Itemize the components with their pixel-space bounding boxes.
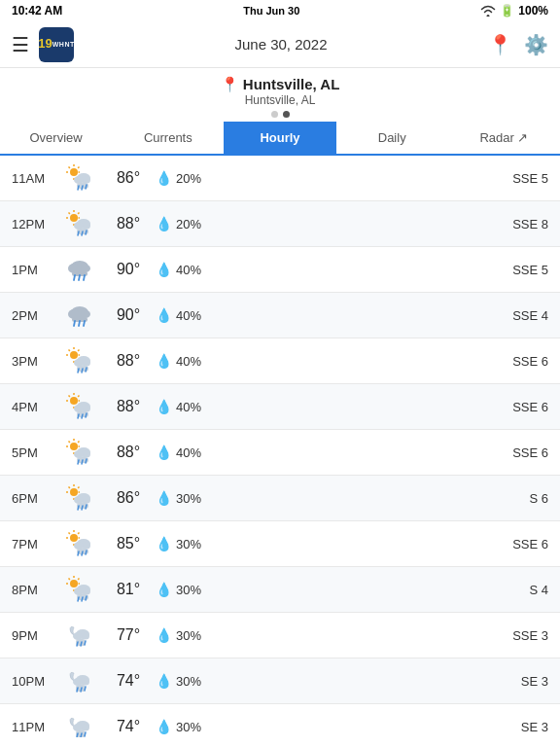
weather-icon <box>58 665 101 696</box>
weather-icon <box>58 391 101 422</box>
tab-currents[interactable]: Currents <box>112 122 224 154</box>
weather-icon <box>58 208 101 239</box>
svg-point-92 <box>74 496 84 504</box>
hour-wind: SSE 5 <box>490 171 548 186</box>
hour-row[interactable]: 5PM 88° 💧 40% SSE 6 <box>0 430 560 476</box>
nav-title: June 30, 2022 <box>234 36 327 53</box>
svg-line-32 <box>74 275 75 280</box>
wifi-icon <box>480 5 496 17</box>
svg-line-90 <box>78 487 79 488</box>
svg-point-141 <box>73 724 83 731</box>
hamburger-icon[interactable]: ☰ <box>12 33 29 56</box>
svg-line-69 <box>86 413 87 417</box>
dot-1[interactable] <box>271 111 278 118</box>
hour-precip: 💧 40% <box>156 307 490 323</box>
svg-point-128 <box>82 633 89 640</box>
dot-2[interactable] <box>283 111 290 118</box>
hour-row[interactable]: 1PM 90° 💧 40% SSE 5 <box>0 247 560 293</box>
weather-icon <box>58 437 101 468</box>
location-pin-icon[interactable]: 📍 <box>488 33 512 56</box>
battery-level: 100% <box>518 4 548 18</box>
hour-time: 11PM <box>12 720 58 734</box>
svg-point-79 <box>83 451 90 458</box>
hour-wind: SE 3 <box>490 674 548 689</box>
hour-temp: 86° <box>101 169 156 187</box>
svg-point-9 <box>83 177 90 184</box>
svg-line-83 <box>86 459 87 463</box>
svg-point-93 <box>83 497 90 504</box>
svg-point-106 <box>74 542 84 550</box>
precip-value: 20% <box>176 217 201 231</box>
weather-icon <box>58 528 101 559</box>
svg-line-89 <box>69 487 70 488</box>
settings-icon[interactable]: ⚙️ <box>524 33 548 56</box>
status-right: 🔋 100% <box>480 4 548 18</box>
hour-row[interactable]: 3PM 88° 💧 40% SSE 6 <box>0 338 560 384</box>
hour-row[interactable]: 9PM 77° 💧 30% SSE 3 <box>0 613 560 658</box>
tab-daily[interactable]: Daily <box>336 122 448 154</box>
svg-point-37 <box>81 310 90 318</box>
svg-line-81 <box>78 460 79 464</box>
precip-value: 30% <box>176 491 201 506</box>
svg-point-98 <box>70 534 78 542</box>
svg-point-65 <box>83 406 90 412</box>
svg-point-14 <box>70 214 78 222</box>
precip-value: 40% <box>176 354 201 369</box>
svg-line-97 <box>86 505 87 509</box>
svg-point-112 <box>70 580 78 587</box>
tab-overview[interactable]: Overview <box>0 122 112 154</box>
hour-row[interactable]: 8PM 81° 💧 30% S 4 <box>0 567 560 613</box>
svg-point-42 <box>70 351 78 359</box>
svg-line-131 <box>81 642 82 646</box>
precip-value: 40% <box>176 400 201 414</box>
svg-line-26 <box>82 231 83 235</box>
hour-row[interactable]: 6PM 86° 💧 30% S 6 <box>0 476 560 521</box>
svg-point-51 <box>83 360 90 367</box>
svg-point-50 <box>74 359 84 367</box>
hour-row[interactable]: 7PM 85° 💧 30% SSE 6 <box>0 521 560 567</box>
hour-wind: S 4 <box>490 583 548 597</box>
svg-line-62 <box>78 396 79 397</box>
drop-icon: 💧 <box>156 490 172 506</box>
weather-icon <box>58 574 101 605</box>
tab-hourly[interactable]: Hourly <box>224 122 335 154</box>
svg-line-68 <box>82 414 83 418</box>
hour-precip: 💧 30% <box>156 582 490 597</box>
hour-time: 7PM <box>12 537 58 551</box>
hour-row[interactable]: 10PM 74° 💧 30% SE 3 <box>0 658 560 704</box>
hour-temp: 74° <box>101 718 156 735</box>
svg-point-121 <box>83 588 90 595</box>
precip-value: 30% <box>176 674 201 689</box>
svg-line-145 <box>81 733 82 737</box>
svg-line-139 <box>85 687 86 691</box>
precip-value: 40% <box>176 263 201 277</box>
svg-line-118 <box>78 579 79 580</box>
svg-line-111 <box>86 551 87 554</box>
hour-row[interactable]: 2PM 90° 💧 40% SSE 4 <box>0 293 560 338</box>
hour-precip: 💧 20% <box>156 216 490 231</box>
svg-point-70 <box>70 443 78 450</box>
drop-icon: 💧 <box>156 719 172 734</box>
hour-wind: SSE 3 <box>490 628 548 643</box>
weather-icon <box>58 300 101 331</box>
hour-row[interactable]: 11AM 86° 💧 20% SSE 5 <box>0 156 560 201</box>
svg-point-23 <box>83 223 90 230</box>
svg-line-75 <box>69 442 70 443</box>
hour-temp: 90° <box>101 306 156 324</box>
hour-row[interactable]: 12PM 88° 💧 20% SSE 8 <box>0 201 560 247</box>
hour-time: 5PM <box>12 445 58 460</box>
hour-wind: SSE 5 <box>490 263 548 277</box>
svg-line-13 <box>86 185 87 189</box>
hour-precip: 💧 40% <box>156 399 490 414</box>
hour-row[interactable]: 11PM 74° 💧 30% SE 3 <box>0 704 560 737</box>
svg-point-134 <box>73 678 83 686</box>
svg-line-5 <box>69 167 70 168</box>
precip-value: 30% <box>176 537 201 551</box>
hour-time: 1PM <box>12 263 58 277</box>
precip-value: 20% <box>176 171 201 186</box>
tab-radar[interactable]: Radar ↗ <box>448 122 560 154</box>
hour-row[interactable]: 4PM 88° 💧 40% SSE 6 <box>0 384 560 430</box>
svg-line-110 <box>82 551 83 555</box>
hour-time: 6PM <box>12 491 58 506</box>
hour-time: 4PM <box>12 400 58 414</box>
